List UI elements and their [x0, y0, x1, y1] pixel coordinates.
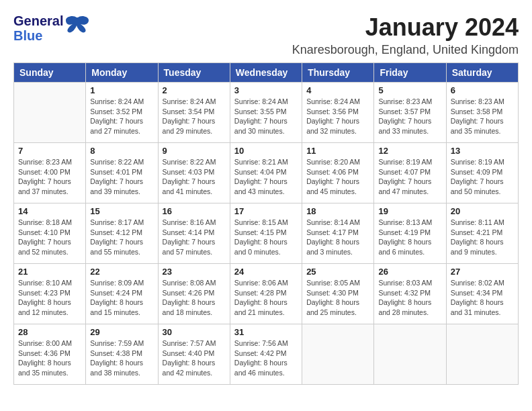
day-info: Sunrise: 8:05 AMSunset: 4:30 PMDaylight:… [306, 278, 369, 318]
day-info: Sunrise: 7:59 AMSunset: 4:38 PMDaylight:… [90, 338, 153, 378]
day-number: 25 [306, 267, 369, 277]
day-number: 5 [378, 85, 441, 95]
table-row: 30Sunrise: 7:57 AMSunset: 4:40 PMDayligh… [158, 324, 230, 385]
day-number: 20 [451, 206, 514, 216]
day-info: Sunrise: 8:08 AMSunset: 4:26 PMDaylight:… [163, 278, 226, 318]
table-row: 26Sunrise: 8:03 AMSunset: 4:32 PMDayligh… [374, 264, 446, 324]
day-number: 21 [18, 267, 81, 277]
table-row [446, 324, 518, 385]
table-row: 31Sunrise: 7:56 AMSunset: 4:42 PMDayligh… [230, 324, 302, 385]
day-number: 19 [378, 206, 441, 216]
day-info: Sunrise: 8:23 AMSunset: 4:00 PMDaylight:… [18, 157, 81, 197]
calendar-week-row: 21Sunrise: 8:10 AMSunset: 4:23 PMDayligh… [14, 264, 519, 324]
table-row: 13Sunrise: 8:19 AMSunset: 4:09 PMDayligh… [446, 143, 518, 203]
day-info: Sunrise: 8:15 AMSunset: 4:15 PMDaylight:… [234, 218, 298, 257]
day-number: 23 [163, 267, 226, 277]
table-row: 25Sunrise: 8:05 AMSunset: 4:30 PMDayligh… [302, 264, 374, 324]
table-row: 17Sunrise: 8:15 AMSunset: 4:15 PMDayligh… [230, 203, 302, 264]
day-number: 13 [451, 146, 514, 156]
table-row: 24Sunrise: 8:06 AMSunset: 4:28 PMDayligh… [230, 264, 302, 324]
day-number: 12 [378, 146, 441, 156]
day-number: 3 [234, 85, 298, 95]
table-row: 6Sunrise: 8:23 AMSunset: 3:58 PMDaylight… [446, 83, 518, 143]
table-row: 9Sunrise: 8:22 AMSunset: 4:03 PMDaylight… [158, 143, 230, 203]
day-number: 1 [90, 85, 153, 95]
day-info: Sunrise: 8:24 AMSunset: 3:55 PMDaylight:… [234, 97, 298, 136]
table-row: 14Sunrise: 8:18 AMSunset: 4:10 PMDayligh… [14, 203, 86, 264]
day-info: Sunrise: 7:56 AMSunset: 4:42 PMDaylight:… [234, 338, 298, 378]
day-number: 18 [306, 206, 369, 216]
day-info: Sunrise: 8:20 AMSunset: 4:06 PMDaylight:… [306, 157, 369, 197]
day-info: Sunrise: 8:21 AMSunset: 4:04 PMDaylight:… [234, 157, 298, 197]
day-info: Sunrise: 8:14 AMSunset: 4:17 PMDaylight:… [306, 218, 369, 257]
day-number: 26 [378, 267, 441, 277]
table-row: 29Sunrise: 7:59 AMSunset: 4:38 PMDayligh… [86, 324, 158, 385]
day-number: 15 [90, 206, 153, 216]
day-info: Sunrise: 8:22 AMSunset: 4:01 PMDaylight:… [90, 157, 153, 197]
calendar-week-row: 1Sunrise: 8:24 AMSunset: 3:52 PMDaylight… [14, 83, 519, 143]
logo-general-text: General [13, 13, 63, 28]
day-info: Sunrise: 8:11 AMSunset: 4:21 PMDaylight:… [451, 218, 514, 257]
day-number: 31 [234, 327, 298, 337]
table-row: 7Sunrise: 8:23 AMSunset: 4:00 PMDaylight… [14, 143, 86, 203]
table-row: 1Sunrise: 8:24 AMSunset: 3:52 PMDaylight… [86, 83, 158, 143]
day-number: 10 [234, 146, 298, 156]
col-tuesday: Tuesday [158, 63, 230, 83]
day-number: 22 [90, 267, 153, 277]
day-info: Sunrise: 8:10 AMSunset: 4:23 PMDaylight:… [18, 278, 81, 318]
table-row: 15Sunrise: 8:17 AMSunset: 4:12 PMDayligh… [86, 203, 158, 264]
table-row: 11Sunrise: 8:20 AMSunset: 4:06 PMDayligh… [302, 143, 374, 203]
col-wednesday: Wednesday [230, 63, 302, 83]
table-row: 27Sunrise: 8:02 AMSunset: 4:34 PMDayligh… [446, 264, 518, 324]
day-info: Sunrise: 8:19 AMSunset: 4:09 PMDaylight:… [451, 157, 514, 197]
table-row [302, 324, 374, 385]
table-row: 28Sunrise: 8:00 AMSunset: 4:36 PMDayligh… [14, 324, 86, 385]
day-info: Sunrise: 8:00 AMSunset: 4:36 PMDaylight:… [18, 338, 81, 378]
logo: General Blue [13, 13, 90, 43]
day-info: Sunrise: 8:06 AMSunset: 4:28 PMDaylight:… [234, 278, 298, 318]
day-number: 27 [451, 267, 514, 277]
calendar-header-row: Sunday Monday Tuesday Wednesday Thursday… [14, 63, 519, 83]
month-title: January 2024 [292, 13, 519, 42]
day-info: Sunrise: 8:22 AMSunset: 4:03 PMDaylight:… [163, 157, 226, 197]
col-friday: Friday [374, 63, 446, 83]
table-row: 19Sunrise: 8:13 AMSunset: 4:19 PMDayligh… [374, 203, 446, 264]
calendar-week-row: 7Sunrise: 8:23 AMSunset: 4:00 PMDaylight… [14, 143, 519, 203]
day-info: Sunrise: 8:13 AMSunset: 4:19 PMDaylight:… [378, 218, 441, 257]
day-info: Sunrise: 8:17 AMSunset: 4:12 PMDaylight:… [90, 218, 153, 257]
day-number: 30 [163, 327, 226, 337]
day-info: Sunrise: 8:24 AMSunset: 3:56 PMDaylight:… [306, 97, 369, 136]
day-number: 29 [90, 327, 153, 337]
day-number: 24 [234, 267, 298, 277]
day-number: 7 [18, 146, 81, 156]
day-number: 28 [18, 327, 81, 337]
col-sunday: Sunday [14, 63, 86, 83]
location-title: Knaresborough, England, United Kingdom [292, 43, 519, 57]
col-monday: Monday [86, 63, 158, 83]
calendar-week-row: 14Sunrise: 8:18 AMSunset: 4:10 PMDayligh… [14, 203, 519, 264]
day-info: Sunrise: 8:16 AMSunset: 4:14 PMDaylight:… [163, 218, 226, 257]
day-number: 6 [451, 85, 514, 95]
day-info: Sunrise: 8:09 AMSunset: 4:24 PMDaylight:… [90, 278, 153, 318]
col-saturday: Saturday [446, 63, 518, 83]
table-row: 3Sunrise: 8:24 AMSunset: 3:55 PMDaylight… [230, 83, 302, 143]
table-row: 20Sunrise: 8:11 AMSunset: 4:21 PMDayligh… [446, 203, 518, 264]
col-thursday: Thursday [302, 63, 374, 83]
table-row: 18Sunrise: 8:14 AMSunset: 4:17 PMDayligh… [302, 203, 374, 264]
day-info: Sunrise: 8:23 AMSunset: 3:58 PMDaylight:… [451, 97, 514, 136]
calendar-week-row: 28Sunrise: 8:00 AMSunset: 4:36 PMDayligh… [14, 324, 519, 385]
day-info: Sunrise: 7:57 AMSunset: 4:40 PMDaylight:… [163, 338, 226, 378]
table-row [374, 324, 446, 385]
table-row: 2Sunrise: 8:24 AMSunset: 3:54 PMDaylight… [158, 83, 230, 143]
day-info: Sunrise: 8:18 AMSunset: 4:10 PMDaylight:… [18, 218, 81, 257]
calendar-table: Sunday Monday Tuesday Wednesday Thursday… [13, 62, 519, 385]
day-number: 16 [163, 206, 226, 216]
page-header: General Blue January 2024 Knaresborough,… [13, 13, 519, 57]
table-row [14, 83, 86, 143]
day-number: 8 [90, 146, 153, 156]
day-number: 9 [163, 146, 226, 156]
title-section: January 2024 Knaresborough, England, Uni… [292, 13, 519, 57]
day-number: 2 [163, 85, 226, 95]
day-number: 14 [18, 206, 81, 216]
day-number: 17 [234, 206, 298, 216]
